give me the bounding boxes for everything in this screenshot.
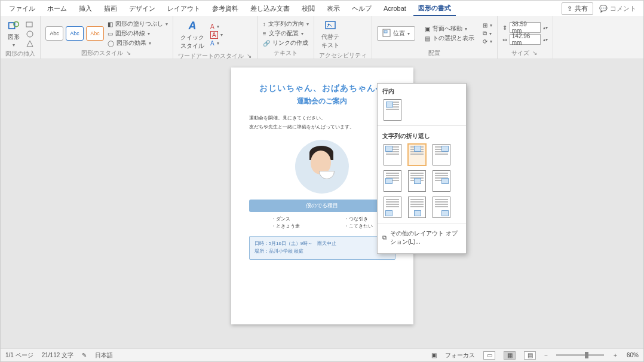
selection-pane-icon: ▤ [425,35,430,42]
wordart-icon: A [189,20,197,32]
align-text-label: 文字の配置 [269,29,299,38]
position-button[interactable]: 位置 ▾ [377,26,415,41]
shapes-label: 図形 [8,33,20,41]
alt-text-button[interactable]: 代替テ キスト [319,19,342,51]
tab-mailings[interactable]: 差し込み文書 [246,2,295,16]
align-objects-icon: ⊞ [483,22,487,29]
col1b: ・ときょう走 [271,223,300,230]
group-accessibility: 代替テ キスト アクセシビリティ [314,16,372,59]
group-size: ⇕38.59 mm▴▾ ⇔142.96 mm▴▾ サイズ ↘ [498,16,553,59]
doc-photo[interactable] [295,140,349,194]
shapes-icon [8,20,20,32]
dialog-launcher-icon[interactable]: ↘ [246,53,253,59]
width-icon: ⇔ [502,36,507,43]
group-objects-button[interactable]: ⧉▾ [483,30,492,37]
col1a: ・ダンス [271,216,300,223]
view-print-button[interactable]: ▦ [504,351,516,360]
more-layout-options[interactable]: ⧉ その他のレイアウト オプション(L)... [378,226,466,250]
tab-insert[interactable]: 挿入 [74,2,97,16]
tab-layout[interactable]: レイアウト [162,2,205,16]
svg-point-3 [27,31,33,37]
status-word-count[interactable]: 21/112 文字 [42,351,73,360]
pos-top-right[interactable] [433,144,450,165]
width-input[interactable]: ⇔142.96 mm▴▾ [502,34,548,45]
pos-top-left[interactable] [384,144,401,165]
pos-bot-center[interactable] [408,197,426,218]
comment-icon: 💬 [599,5,608,13]
view-web-button[interactable]: ▤ [524,351,536,360]
document-canvas[interactable]: おじいちゃん、おばあちゃんへ 運動会のご案内 運動会を開催。見にきてください。 … [1,59,643,348]
quick-styles-button[interactable]: A クイック スタイル [178,19,207,51]
alt-text-label: 代替テ キスト [321,33,339,50]
style-gallery[interactable]: Abc Abc Abc [45,26,104,41]
shapes-button[interactable]: 図形 ▾ [5,19,22,49]
pos-bot-right[interactable] [433,197,450,218]
selection-pane-button[interactable]: ▤トの選択と表示 [425,34,474,42]
style-preset-2[interactable]: Abc [66,26,84,41]
text-outline-button[interactable]: A▾ [210,31,223,39]
pos-top-center[interactable] [408,144,426,165]
shape-outline-button[interactable]: ▭図形の枠線▾ [108,29,168,38]
spellcheck-icon[interactable]: ✎ [82,352,87,358]
selection-pane-label: トの選択と表示 [433,34,474,42]
text-fill-button[interactable]: A▾ [210,23,223,30]
status-page[interactable]: 1/1 ページ [5,351,33,360]
zoom-slider[interactable] [556,354,604,356]
effects-icon: ◯ [108,40,114,47]
share-button[interactable]: ⇪ 共有 [562,2,593,15]
comments-button[interactable]: 💬 コメント [596,3,640,14]
pos-mid-center[interactable] [408,170,426,192]
dialog-launcher-icon[interactable]: ↘ [125,50,132,56]
align-objects-button[interactable]: ⊞▾ [483,22,492,29]
width-value[interactable]: 142.96 mm [510,34,541,45]
tab-file[interactable]: ファイル [4,2,40,16]
tab-review[interactable]: 校閲 [297,2,320,16]
chevron-down-icon: ▾ [407,31,410,36]
style-preset-1[interactable]: Abc [45,26,63,41]
text-direction-label: 文字列の方向 [268,20,304,28]
shape-effects-button[interactable]: ◯図形の効果▾ [108,39,168,47]
tab-shape-format[interactable]: 図形の書式 [413,1,456,16]
tab-home[interactable]: ホーム [42,2,72,16]
tab-view[interactable]: 表示 [322,2,345,16]
send-backward-label: 背面へ移動 [433,24,462,33]
ribbon: 図形 ▾ 図形の挿入 Abc Abc Abc ◧図形の塗りつぶし [1,16,643,59]
shape-fill-button[interactable]: ◧図形の塗りつぶし▾ [108,20,168,28]
dialog-launcher-icon[interactable]: ↘ [531,50,538,56]
style-preset-3[interactable]: Abc [86,26,104,41]
tab-design[interactable]: デザイン [124,2,160,16]
pos-mid-right[interactable] [433,170,450,192]
tab-acrobat[interactable]: Acrobat [379,2,411,14]
pos-bot-left[interactable] [384,197,401,218]
create-link-button[interactable]: 🔗リンクの作成 [263,39,309,47]
focus-icon[interactable]: ▣ [431,352,437,358]
share-icon: ⇪ [567,5,572,13]
status-focus[interactable]: フォーカス [445,351,475,360]
shape-mini-gallery[interactable] [26,20,34,48]
height-input[interactable]: ⇕38.59 mm▴▾ [502,22,548,33]
height-value[interactable]: 38.59 mm [510,22,541,33]
send-backward-button[interactable]: ▣背面へ移動▾ [425,24,474,33]
zoom-in-button[interactable]: ＋ [612,351,618,360]
text-effects-button[interactable]: A▾ [210,40,223,47]
position-option-inline[interactable] [384,99,401,121]
pos-mid-left[interactable] [384,170,401,192]
tab-help[interactable]: ヘルプ [347,2,376,16]
view-read-button[interactable]: ▭ [483,351,495,360]
tab-draw[interactable]: 描画 [99,2,122,16]
rotate-button[interactable]: ⟳▾ [483,38,492,45]
align-text-button[interactable]: ≡文字の配置▾ [263,29,309,38]
tab-references[interactable]: 参考資料 [207,2,243,16]
dropdown-section-inline: 行内 [378,84,466,97]
alt-text-icon [324,20,336,32]
zoom-level[interactable]: 60% [627,352,639,358]
zoom-out-button[interactable]: − [544,352,548,358]
text-direction-button[interactable]: ↕文字列の方向▾ [263,20,309,28]
status-language[interactable]: 日本語 [95,351,113,360]
shape-effects-label: 図形の効果 [116,39,146,47]
group-icon: ⧉ [483,30,487,37]
group-accessibility-label: アクセシビリティ [319,51,367,60]
text-direction-icon: ↕ [263,21,266,27]
position-dropdown: 行内 文字列の折り返し [377,83,467,254]
group-shape-style-label: 図形のスタイル [81,50,123,56]
